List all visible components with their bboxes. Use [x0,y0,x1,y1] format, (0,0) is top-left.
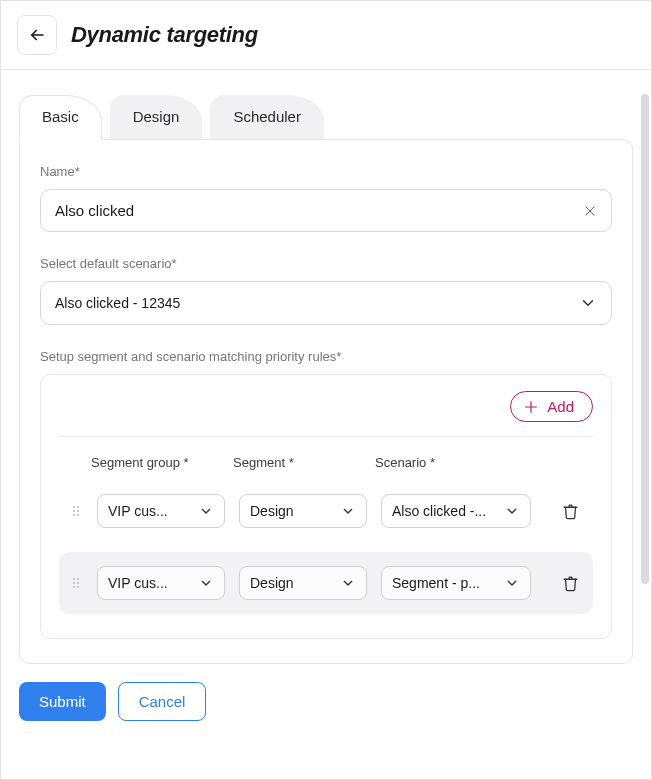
rule-row: VIP cus... Design Also clicked -... [59,480,593,542]
chevron-down-icon [198,503,214,519]
tab-scheduler[interactable]: Scheduler [210,95,324,140]
tab-label: Scheduler [233,108,301,125]
drag-handle-icon[interactable] [69,506,83,516]
scrollbar[interactable] [641,94,649,584]
submit-button[interactable]: Submit [19,682,106,721]
column-labels: Segment group * Segment * Scenario * [59,437,593,480]
tab-label: Design [133,108,180,125]
segment-select[interactable]: Design [239,566,367,600]
plus-icon [523,399,539,415]
segment-group-value: VIP cus... [108,575,198,591]
name-input-wrap[interactable]: Also clicked [40,189,612,232]
name-label: Name* [40,164,612,179]
chevron-down-icon [504,503,520,519]
scenario-value: Segment - p... [392,575,504,591]
rule-row: VIP cus... Design Segment - p... [59,552,593,614]
back-button[interactable] [17,15,57,55]
segment-group-value: VIP cus... [108,503,198,519]
scenario-select[interactable]: Also clicked -... [381,494,531,528]
back-arrow-icon [28,26,46,44]
segment-select[interactable]: Design [239,494,367,528]
col-segment: Segment * [233,455,361,470]
default-scenario-label: Select default scenario* [40,256,612,271]
add-row: Add [59,391,593,437]
default-scenario-select[interactable]: Also clicked - 12345 [40,281,612,325]
page-title: Dynamic targeting [71,22,258,48]
tab-label: Basic [42,108,79,125]
delete-rule-button[interactable] [558,571,583,596]
rules-box: Add Segment group * Segment * Scenario * [40,374,612,639]
rules-label: Setup segment and scenario matching prio… [40,349,612,364]
clear-icon[interactable] [583,204,597,218]
segment-value: Design [250,575,340,591]
footer-actions: Submit Cancel [1,664,651,739]
segment-group-select[interactable]: VIP cus... [97,494,225,528]
content-scroll[interactable]: Basic Design Scheduler Name* Also clicke… [1,70,651,779]
chevron-down-icon [340,575,356,591]
add-label: Add [547,398,574,415]
tabs-bar: Basic Design Scheduler [1,70,651,139]
segment-value: Design [250,503,340,519]
scenario-value: Also clicked -... [392,503,504,519]
chevron-down-icon [579,294,597,312]
tab-basic[interactable]: Basic [19,95,102,140]
delete-rule-button[interactable] [558,499,583,524]
cancel-button[interactable]: Cancel [118,682,207,721]
tab-panel-basic: Name* Also clicked Select default scenar… [19,139,633,664]
chevron-down-icon [198,575,214,591]
app-window: Dynamic targeting Basic Design Scheduler… [0,0,652,780]
name-input[interactable]: Also clicked [55,202,583,219]
default-scenario-value: Also clicked - 12345 [55,295,180,311]
chevron-down-icon [504,575,520,591]
segment-group-select[interactable]: VIP cus... [97,566,225,600]
add-rule-button[interactable]: Add [510,391,593,422]
col-scenario: Scenario * [375,455,525,470]
chevron-down-icon [340,503,356,519]
tab-design[interactable]: Design [110,95,203,140]
scenario-select[interactable]: Segment - p... [381,566,531,600]
col-segment-group: Segment group * [91,455,219,470]
drag-handle-icon[interactable] [69,578,83,588]
header: Dynamic targeting [1,1,651,70]
